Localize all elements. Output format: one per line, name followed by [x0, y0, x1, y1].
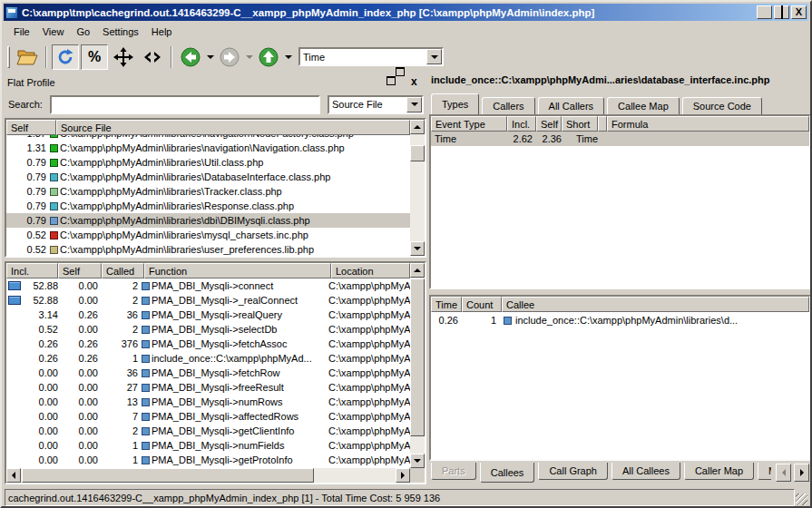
column-header-incl[interactable]: Incl. [6, 263, 58, 278]
function-row[interactable]: 0.000.0036PMA_DBI_Mysqli->fetchRowC:\xam… [6, 366, 410, 380]
move-layout-button[interactable] [110, 44, 137, 70]
scroll-thumb[interactable] [410, 145, 425, 161]
dock-float-button[interactable] [396, 76, 408, 88]
toolbar-grip[interactable] [7, 46, 10, 68]
column-header-event-type[interactable]: Event Type [431, 116, 507, 132]
minimize-button[interactable] [757, 5, 772, 19]
function-row[interactable]: 0.520.002PMA_DBI_Mysqli->selectDbC:\xamp… [6, 322, 410, 337]
scroll-thumb[interactable] [22, 468, 314, 483]
arrow-right-icon [401, 472, 405, 479]
file-swatch [50, 217, 58, 225]
tab-callers[interactable]: Callers [482, 97, 534, 114]
back-button[interactable] [177, 44, 204, 70]
scroll-thumb[interactable] [410, 278, 425, 436]
incl-value: 0.26 [6, 353, 58, 364]
back-dropdown[interactable] [205, 44, 215, 70]
column-header-self[interactable]: Self [536, 116, 562, 132]
event-type-row[interactable]: Time 2.62 2.36 Time [431, 132, 809, 146]
combo-dropdown-button[interactable] [426, 49, 442, 64]
menu-settings[interactable]: Settings [96, 24, 145, 40]
column-header-short[interactable]: Short [562, 116, 598, 132]
column-header-formula[interactable]: Formula [607, 116, 809, 132]
resize-grip[interactable] [796, 493, 807, 505]
function-swatch [142, 297, 150, 305]
source-file-row[interactable]: 0.79C:\xampp\phpMyAdmin\libraries\Util.c… [6, 155, 410, 170]
self-cell: 0.26 [58, 353, 98, 364]
scroll-down-button[interactable] [410, 454, 425, 468]
dock-close-button[interactable]: x [411, 76, 424, 88]
source-file-row[interactable]: 0.79C:\xampp\phpMyAdmin\libraries\dbi\DB… [6, 213, 410, 228]
bottom-tab-all-callees[interactable]: All Callees [611, 463, 680, 480]
up-dropdown[interactable] [283, 44, 293, 70]
function-row[interactable]: 0.260.261include_once::C:\xampp\phpMyAd.… [6, 351, 410, 366]
source-file-row[interactable]: 0.79C:\xampp\phpMyAdmin\libraries\Databa… [6, 170, 410, 184]
vertical-scrollbar[interactable] [410, 120, 425, 256]
column-header-count[interactable]: Count [462, 297, 502, 312]
callees-header: Time Count Callee [431, 297, 809, 312]
menu-file[interactable]: File [7, 24, 36, 40]
toolbar-separator [45, 46, 47, 68]
menu-view[interactable]: View [36, 24, 71, 40]
menu-help[interactable]: Help [145, 24, 179, 40]
column-header-callee[interactable]: Callee [502, 297, 809, 312]
source-file-row[interactable]: 0.52C:\xampp\phpMyAdmin\libraries\user_p… [6, 242, 410, 256]
tabs-scroll-right-button[interactable] [794, 464, 809, 482]
maximize-button[interactable] [774, 5, 789, 19]
bottom-tab-machine[interactable]: Machine [758, 463, 771, 480]
title-bar[interactable]: C:\xampp\tmp\cachegrind.out.1416463299-C… [4, 4, 808, 21]
reload-button[interactable] [52, 44, 79, 70]
function-row[interactable]: 52.880.002PMA_DBI_Mysqli->_realConnectC:… [6, 293, 410, 308]
search-input[interactable] [50, 95, 320, 114]
function-swatch [142, 442, 150, 450]
expand-horizontal-button[interactable] [139, 44, 166, 70]
tab-all-callers[interactable]: All Callers [538, 97, 605, 114]
bottom-tab-call-graph[interactable]: Call Graph [538, 463, 608, 480]
source-file-row[interactable]: 1.31C:\xampp\phpMyAdmin\libraries\naviga… [6, 141, 410, 155]
column-header-called[interactable]: Called [102, 263, 144, 278]
function-row[interactable]: 0.000.007PMA_DBI_Mysqli->affectedRowsC:\… [6, 409, 410, 424]
relative-cost-toggle[interactable]: % [81, 44, 108, 70]
event-type-selector[interactable]: Time [298, 47, 444, 66]
combo-dropdown-button[interactable] [406, 97, 422, 112]
column-header-self[interactable]: Self [6, 120, 56, 135]
column-header-location[interactable]: Location [331, 263, 410, 278]
tab-types[interactable]: Types [431, 93, 479, 114]
source-file-row[interactable]: 0.79C:\xampp\phpMyAdmin\libraries\Tracke… [6, 184, 410, 199]
tab-callee-map[interactable]: Callee Map [607, 97, 680, 114]
function-row[interactable]: 0.000.001PMA_DBI_Mysqli->getProtoInfoC:\… [6, 453, 410, 467]
function-row[interactable]: 0.000.0013PMA_DBI_Mysqli->numRowsC:\xamp… [6, 395, 410, 409]
callee-row[interactable]: 0.26 1 include_once::C:\xampp\phpMyAdmin… [431, 312, 809, 328]
open-file-button[interactable] [14, 44, 41, 70]
tab-source-code[interactable]: Source Code [682, 97, 762, 114]
vertical-scrollbar[interactable] [410, 263, 425, 468]
chevron-down-icon [285, 55, 292, 59]
function-row[interactable]: 0.000.001PMA_DBI_Mysqli->numFieldsC:\xam… [6, 438, 410, 453]
function-row[interactable]: 3.140.2636PMA_DBI_Mysqli->realQueryC:\xa… [6, 308, 410, 322]
function-row[interactable]: 52.880.002PMA_DBI_Mysqli->connectC:\xamp… [6, 278, 410, 293]
column-header-function[interactable]: Function [144, 263, 331, 278]
column-header-self[interactable]: Self [58, 263, 102, 278]
dock-title-bar[interactable]: Flat Profile x [5, 74, 426, 90]
scroll-up-button[interactable] [410, 263, 425, 278]
close-button[interactable]: X [791, 5, 807, 19]
column-header-time[interactable]: Time [431, 297, 462, 312]
column-header-incl[interactable]: Incl. [507, 116, 536, 132]
scroll-left-button[interactable] [6, 468, 21, 483]
menu-go[interactable]: Go [70, 24, 96, 40]
bottom-tab-caller-map[interactable]: Caller Map [684, 463, 754, 480]
scroll-right-button[interactable] [396, 468, 410, 483]
function-swatch [142, 340, 150, 348]
scroll-down-button[interactable] [410, 241, 425, 256]
grouping-selector[interactable]: Source File [328, 95, 424, 114]
horizontal-scrollbar[interactable] [6, 468, 410, 483]
source-file-row[interactable]: 0.79C:\xampp\phpMyAdmin\libraries\Respon… [6, 199, 410, 213]
location-cell: C:\xampp\phpMyA [328, 367, 410, 378]
function-row[interactable]: 0.260.26376PMA_DBI_Mysqli->fetchAssocC:\… [6, 337, 410, 351]
function-row[interactable]: 0.000.0027PMA_DBI_Mysqli->freeResultC:\x… [6, 380, 410, 395]
column-header-source-file[interactable]: Source File [56, 120, 410, 135]
source-file-row[interactable]: 0.52C:\xampp\phpMyAdmin\libraries\mysql_… [6, 228, 410, 242]
up-button[interactable] [255, 44, 282, 70]
bottom-tab-callees[interactable]: Callees [480, 463, 535, 483]
function-row[interactable]: 0.000.002PMA_DBI_Mysqli->getClientInfoC:… [6, 424, 410, 438]
scroll-up-button[interactable] [410, 120, 425, 134]
